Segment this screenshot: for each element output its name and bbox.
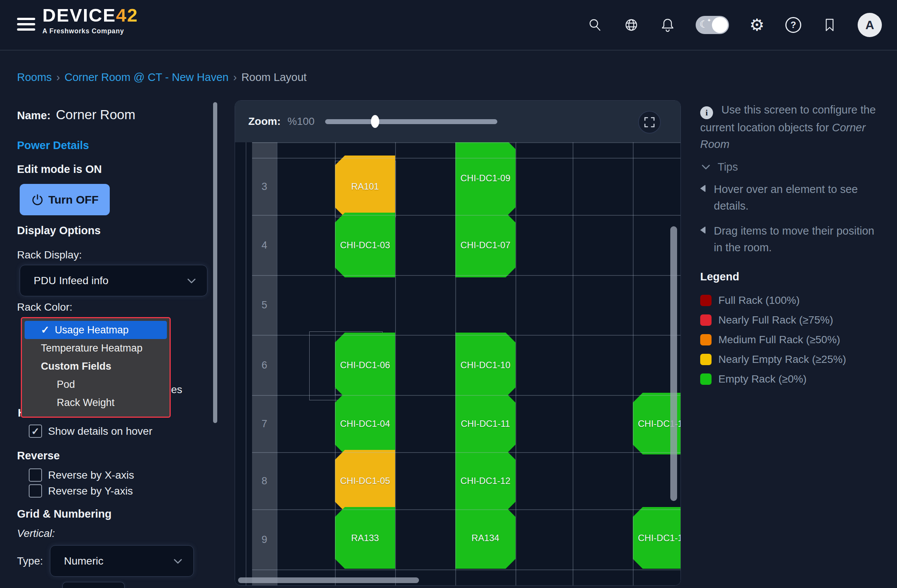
reverse-x-row: ✓ Reverse by X-axis <box>29 468 134 482</box>
zoom-slider-thumb[interactable] <box>371 115 379 128</box>
rack-color-option[interactable]: ✓Pod <box>22 375 170 394</box>
chevron-down-icon <box>186 277 197 285</box>
rack-chi-dc1-03[interactable]: CHI-DC1-03 <box>335 213 395 277</box>
row-number: 8 <box>252 475 277 487</box>
grid-line <box>252 158 681 159</box>
show-details-label: Show details on hover <box>48 425 153 437</box>
rack-chi-dc1-07[interactable]: CHI-DC1-07 <box>455 213 515 277</box>
rack-color-option[interactable]: ✓Usage Heatmap <box>25 321 167 339</box>
type-label: Type: <box>17 555 43 567</box>
rack-ra134[interactable]: RA134 <box>455 507 515 569</box>
legend-color-swatch <box>700 314 712 326</box>
row-number: 7 <box>252 418 277 429</box>
row-number: 3 <box>252 180 277 192</box>
legend-title: Legend <box>700 271 739 283</box>
room-name-value: Corner Room <box>56 107 135 122</box>
toggle-knob <box>712 17 728 33</box>
vertical-type-select[interactable]: Numeric <box>50 545 194 577</box>
rack-label: CHI-DC1-04 <box>340 418 390 429</box>
rack-color-label: Rack Color: <box>17 301 72 313</box>
rack-label: CHI-DC1-07 <box>460 240 510 250</box>
app-logo[interactable]: DEVICE42 A Freshworks Company <box>42 6 138 35</box>
rack-chi-dc1-12[interactable]: CHI-DC1-12 <box>455 450 515 512</box>
notifications-icon[interactable] <box>659 17 676 33</box>
rack-color-option-label: Temperature Heatmap <box>41 342 143 354</box>
legend-item: Empty Rack (≥0%) <box>700 369 846 389</box>
navbar-actions: ☾ ✦ ⚙ ? A <box>587 0 882 50</box>
reverse-x-checkbox[interactable]: ✓ <box>29 468 42 482</box>
bookmark-icon[interactable] <box>821 17 838 33</box>
grid-line <box>277 142 277 586</box>
legend-item: Medium Full Rack (≥50%) <box>700 330 846 350</box>
rack-color-option[interactable]: ✓Temperature Heatmap <box>22 339 170 357</box>
show-details-row: ✓ Show details on hover <box>29 425 153 438</box>
grid-line <box>252 452 681 453</box>
tip-text: Hover over an element to see details. <box>714 181 878 214</box>
grid-line <box>573 142 573 586</box>
fullscreen-button[interactable] <box>638 111 661 134</box>
room-name-label: Name: <box>17 109 51 122</box>
canvas-vertical-scrollbar[interactable] <box>670 226 677 501</box>
power-details-link[interactable]: Power Details <box>17 139 89 152</box>
rack-ra101[interactable]: RA101 <box>335 156 395 217</box>
zoom-value: %100 <box>288 115 315 128</box>
turn-off-button[interactable]: Turn OFF <box>20 184 110 215</box>
reverse-y-label: Reverse by Y-axis <box>48 485 133 497</box>
grid-line <box>252 275 681 276</box>
rack-label: CHI-DC1-06 <box>340 360 390 370</box>
rack-color-option[interactable]: ✓Rack Weight <box>22 394 170 412</box>
breadcrumb-item: Room Layout <box>241 71 307 84</box>
row-number: 9 <box>252 534 277 545</box>
legend-item: Full Rack (100%) <box>700 291 846 310</box>
tip-item: Drag items to move their position in the… <box>700 222 878 256</box>
rack-color-option[interactable]: ✓Custom Fields <box>22 357 170 375</box>
partially-visible-select[interactable] <box>62 582 125 588</box>
sidebar-scrollbar[interactable] <box>213 102 217 423</box>
chevron-down-icon <box>172 557 184 565</box>
settings-icon[interactable]: ⚙ <box>749 17 765 33</box>
menu-icon[interactable] <box>17 18 35 33</box>
breadcrumb-separator: › <box>233 71 237 84</box>
tips-toggle[interactable]: Tips <box>700 161 738 173</box>
rack-label: CHI-DC1-10 <box>460 360 510 370</box>
reverse-y-checkbox[interactable]: ✓ <box>29 484 42 498</box>
edit-mode-status: Edit mode is ON <box>17 163 102 176</box>
tip-bullet-icon <box>700 226 705 234</box>
grid-line <box>252 215 681 216</box>
dark-mode-toggle[interactable]: ☾ ✦ <box>696 16 729 34</box>
rack-display-select[interactable]: PDU Infeed info <box>20 265 207 296</box>
rack-label: CHI-DC1-03 <box>340 240 390 250</box>
globe-icon[interactable] <box>623 17 640 33</box>
help-icon[interactable]: ? <box>785 17 802 33</box>
room-grid-viewport[interactable]: 3456789RA101CHI-DC1-09CHI-DC1-03CHI-DC1-… <box>235 142 681 586</box>
grid-line <box>252 569 681 570</box>
breadcrumb-item[interactable]: Rooms <box>17 71 52 84</box>
reverse-heading: Reverse <box>17 450 60 462</box>
rack-color-dropdown: ✓Usage Heatmap✓Temperature Heatmap✓Custo… <box>21 317 171 418</box>
legend-item: Nearly Empty Rack (≥25%) <box>700 350 846 369</box>
rack-label: CHI-DC1-09 <box>460 173 510 184</box>
grid-line <box>252 509 681 510</box>
rack-chi-dc1-04[interactable]: CHI-DC1-04 <box>335 393 395 454</box>
show-details-checkbox[interactable]: ✓ <box>29 425 42 438</box>
rack-chi-dc1-09[interactable]: CHI-DC1-09 <box>455 142 515 217</box>
rack-color-option-label: Custom Fields <box>41 361 111 372</box>
rack-ra133[interactable]: RA133 <box>335 507 395 569</box>
grid-outer-edge <box>246 142 246 586</box>
grid-line <box>395 142 396 586</box>
rack-chi-dc1-06[interactable]: CHI-DC1-06 <box>335 333 395 397</box>
power-icon <box>31 193 44 206</box>
canvas-horizontal-scrollbar[interactable] <box>238 577 419 583</box>
rack-chi-dc1-05[interactable]: CHI-DC1-05 <box>335 450 395 512</box>
zoom-slider[interactable] <box>325 119 497 124</box>
grid-numbering-heading: Grid & Numbering <box>17 508 112 520</box>
search-icon[interactable] <box>587 17 603 33</box>
rack-chi-dc1-10[interactable]: CHI-DC1-10 <box>455 333 515 397</box>
legend-list: Full Rack (100%)Nearly Full Rack (≥75%)M… <box>700 291 846 389</box>
user-avatar[interactable]: A <box>858 13 882 37</box>
rack-chi-dc1-11[interactable]: CHI-DC1-11 <box>455 393 515 454</box>
breadcrumb-item[interactable]: Corner Room @ CT - New Haven <box>65 71 229 84</box>
device42-room-layout-screen: { "nav": { "logo": {"brand": "DEVICE", "… <box>0 0 897 588</box>
rack-chi-dc1-18[interactable]: CHI-DC1-18 <box>633 507 681 569</box>
legend-item-label: Nearly Full Rack (≥75%) <box>718 314 833 326</box>
